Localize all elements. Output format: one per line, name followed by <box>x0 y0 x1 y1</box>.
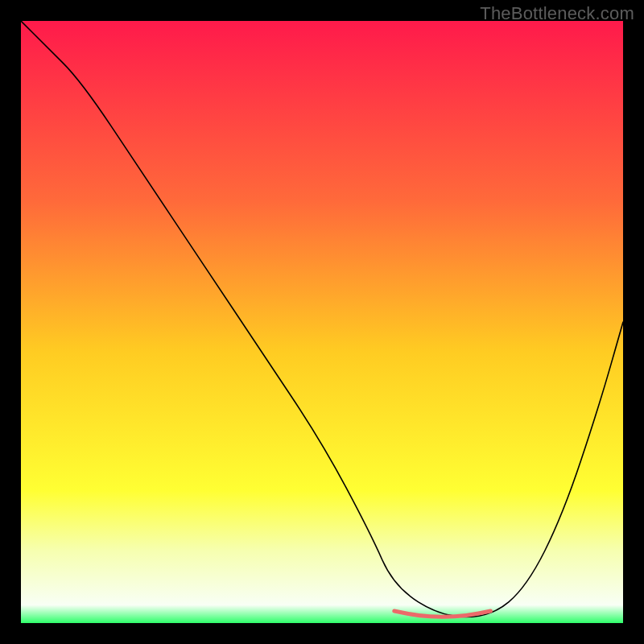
gradient-background <box>21 21 623 623</box>
plot-area <box>21 21 623 623</box>
watermark-text: TheBottleneck.com <box>480 3 634 24</box>
chart-frame: TheBottleneck.com <box>0 0 644 644</box>
chart-svg <box>21 21 623 623</box>
